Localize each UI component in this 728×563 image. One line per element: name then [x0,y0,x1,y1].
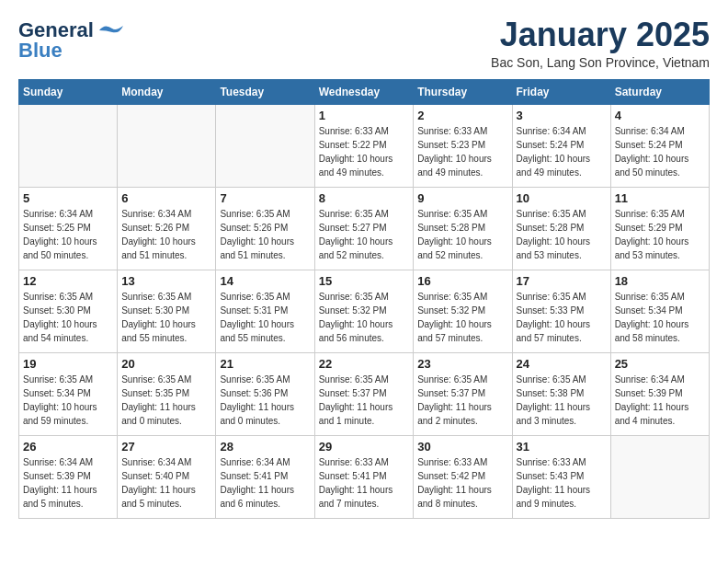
table-row: 6Sunrise: 6:34 AM Sunset: 5:26 PM Daylig… [118,188,216,270]
day-number: 12 [23,274,113,288]
day-info: Sunrise: 6:33 AM Sunset: 5:41 PM Dayligh… [319,455,410,511]
day-number: 17 [517,274,607,288]
day-info: Sunrise: 6:35 AM Sunset: 5:38 PM Dayligh… [517,373,607,428]
table-row: 30Sunrise: 6:33 AM Sunset: 5:42 PM Dayli… [414,436,512,519]
header-wednesday: Wednesday [314,80,414,105]
table-row: 15Sunrise: 6:35 AM Sunset: 5:32 PM Dayli… [314,270,414,353]
header-sunday: Sunday [19,80,118,105]
day-info: Sunrise: 6:34 AM Sunset: 5:25 PM Dayligh… [23,207,113,262]
day-info: Sunrise: 6:33 AM Sunset: 5:23 PM Dayligh… [417,124,507,179]
day-number: 9 [417,191,507,205]
day-number: 18 [615,274,705,288]
day-number: 2 [417,109,507,122]
day-info: Sunrise: 6:34 AM Sunset: 5:24 PM Dayligh… [615,124,705,179]
day-number: 25 [615,357,705,371]
day-number: 26 [23,440,113,454]
logo-bird-icon [97,21,127,40]
day-info: Sunrise: 6:34 AM Sunset: 5:41 PM Dayligh… [220,455,310,511]
day-info: Sunrise: 6:35 AM Sunset: 5:27 PM Dayligh… [319,207,410,262]
day-info: Sunrise: 6:35 AM Sunset: 5:32 PM Dayligh… [319,290,410,345]
day-info: Sunrise: 6:35 AM Sunset: 5:33 PM Dayligh… [517,290,607,345]
day-number: 4 [615,109,705,122]
header-friday: Friday [512,80,610,105]
day-info: Sunrise: 6:33 AM Sunset: 5:43 PM Dayligh… [517,455,607,511]
day-number: 21 [220,357,310,371]
table-row: 4Sunrise: 6:34 AM Sunset: 5:24 PM Daylig… [610,105,709,188]
day-number: 6 [121,191,211,205]
day-number: 31 [517,440,607,454]
day-info: Sunrise: 6:35 AM Sunset: 5:29 PM Dayligh… [615,207,705,262]
calendar-header-row: Sunday Monday Tuesday Wednesday Thursday… [19,80,710,105]
page-header: General Blue January 2025 Bac Son, Lang … [18,18,710,70]
day-info: Sunrise: 6:34 AM Sunset: 5:39 PM Dayligh… [23,455,113,511]
table-row: 8Sunrise: 6:35 AM Sunset: 5:27 PM Daylig… [314,188,414,270]
day-info: Sunrise: 6:35 AM Sunset: 5:28 PM Dayligh… [417,207,507,262]
day-number: 22 [319,357,410,371]
table-row: 3Sunrise: 6:34 AM Sunset: 5:24 PM Daylig… [512,105,610,188]
table-row: 7Sunrise: 6:35 AM Sunset: 5:26 PM Daylig… [216,188,314,270]
day-number: 1 [319,109,410,122]
day-info: Sunrise: 6:34 AM Sunset: 5:39 PM Dayligh… [615,373,705,428]
table-row: 22Sunrise: 6:35 AM Sunset: 5:37 PM Dayli… [314,353,414,436]
day-number: 19 [23,357,113,371]
day-number: 29 [319,440,410,454]
table-row: 11Sunrise: 6:35 AM Sunset: 5:29 PM Dayli… [610,188,709,270]
month-title: January 2025 [491,18,710,52]
table-row: 28Sunrise: 6:34 AM Sunset: 5:41 PM Dayli… [216,436,314,519]
day-number: 24 [517,357,607,371]
day-number: 23 [417,357,507,371]
table-row: 24Sunrise: 6:35 AM Sunset: 5:38 PM Dayli… [512,353,610,436]
calendar-week-row: 1Sunrise: 6:33 AM Sunset: 5:22 PM Daylig… [19,105,710,188]
day-info: Sunrise: 6:34 AM Sunset: 5:24 PM Dayligh… [517,124,607,179]
calendar-week-row: 19Sunrise: 6:35 AM Sunset: 5:34 PM Dayli… [19,353,710,436]
table-row: 16Sunrise: 6:35 AM Sunset: 5:32 PM Dayli… [414,270,512,353]
day-info: Sunrise: 6:34 AM Sunset: 5:26 PM Dayligh… [121,207,211,262]
table-row: 12Sunrise: 6:35 AM Sunset: 5:30 PM Dayli… [19,270,118,353]
table-row: 13Sunrise: 6:35 AM Sunset: 5:30 PM Dayli… [118,270,216,353]
logo-blue: Blue [18,39,63,63]
day-number: 7 [220,191,310,205]
day-number: 30 [417,440,507,454]
day-info: Sunrise: 6:35 AM Sunset: 5:32 PM Dayligh… [417,290,507,345]
day-info: Sunrise: 6:35 AM Sunset: 5:34 PM Dayligh… [23,373,113,428]
day-number: 28 [220,440,310,454]
table-row: 19Sunrise: 6:35 AM Sunset: 5:34 PM Dayli… [19,353,118,436]
day-info: Sunrise: 6:35 AM Sunset: 5:30 PM Dayligh… [23,290,113,345]
calendar-week-row: 12Sunrise: 6:35 AM Sunset: 5:30 PM Dayli… [19,270,710,353]
calendar-week-row: 26Sunrise: 6:34 AM Sunset: 5:39 PM Dayli… [19,436,710,519]
table-row: 17Sunrise: 6:35 AM Sunset: 5:33 PM Dayli… [512,270,610,353]
day-number: 15 [319,274,410,288]
title-section: January 2025 Bac Son, Lang Son Province,… [491,18,710,70]
page-container: General Blue January 2025 Bac Son, Lang … [0,0,728,528]
day-info: Sunrise: 6:35 AM Sunset: 5:26 PM Dayligh… [220,207,310,262]
header-thursday: Thursday [414,80,512,105]
calendar-table: Sunday Monday Tuesday Wednesday Thursday… [18,79,710,519]
day-info: Sunrise: 6:35 AM Sunset: 5:30 PM Dayligh… [121,290,211,345]
table-row: 29Sunrise: 6:33 AM Sunset: 5:41 PM Dayli… [314,436,414,519]
day-info: Sunrise: 6:33 AM Sunset: 5:42 PM Dayligh… [417,455,507,511]
table-row: 2Sunrise: 6:33 AM Sunset: 5:23 PM Daylig… [414,105,512,188]
day-info: Sunrise: 6:33 AM Sunset: 5:22 PM Dayligh… [319,124,410,179]
table-row: 1Sunrise: 6:33 AM Sunset: 5:22 PM Daylig… [314,105,414,188]
calendar-week-row: 5Sunrise: 6:34 AM Sunset: 5:25 PM Daylig… [19,188,710,270]
table-row: 25Sunrise: 6:34 AM Sunset: 5:39 PM Dayli… [610,353,709,436]
day-number: 10 [517,191,607,205]
day-number: 3 [517,109,607,122]
day-number: 20 [121,357,211,371]
day-number: 16 [417,274,507,288]
table-row: 27Sunrise: 6:34 AM Sunset: 5:40 PM Dayli… [118,436,216,519]
table-row: 21Sunrise: 6:35 AM Sunset: 5:36 PM Dayli… [216,353,314,436]
day-number: 5 [23,191,113,205]
table-row: 20Sunrise: 6:35 AM Sunset: 5:35 PM Dayli… [118,353,216,436]
logo: General Blue [18,18,127,63]
table-row [19,105,118,188]
table-row [216,105,314,188]
table-row: 5Sunrise: 6:34 AM Sunset: 5:25 PM Daylig… [19,188,118,270]
day-number: 13 [121,274,211,288]
header-tuesday: Tuesday [216,80,314,105]
table-row: 9Sunrise: 6:35 AM Sunset: 5:28 PM Daylig… [414,188,512,270]
header-monday: Monday [118,80,216,105]
day-info: Sunrise: 6:35 AM Sunset: 5:37 PM Dayligh… [417,373,507,428]
day-info: Sunrise: 6:35 AM Sunset: 5:35 PM Dayligh… [121,373,211,428]
day-info: Sunrise: 6:35 AM Sunset: 5:31 PM Dayligh… [220,290,310,345]
